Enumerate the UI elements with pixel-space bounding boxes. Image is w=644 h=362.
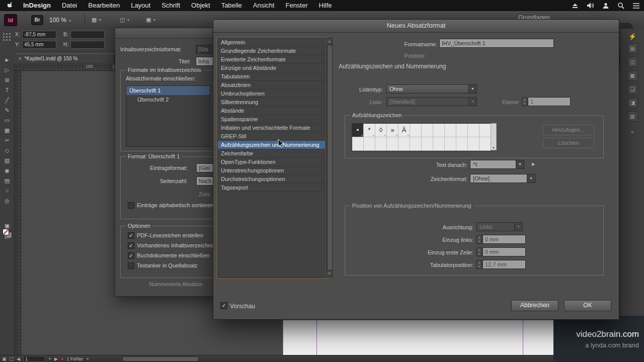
- line-tool-icon[interactable]: ╱: [0, 95, 14, 105]
- toc-dialog-titlebar[interactable]: [115, 28, 217, 39]
- styles-panel-icon[interactable]: ◨: [627, 98, 638, 108]
- category-item[interactable]: Initialen und verschachtelte Formate: [218, 124, 325, 132]
- preflight-menu-icon[interactable]: ▼: [86, 357, 89, 360]
- fill-swatch[interactable]: [3, 229, 9, 235]
- category-item[interactable]: Allgemein: [218, 38, 325, 47]
- bullet-cell-empty[interactable]: [456, 124, 468, 137]
- flyout-arrow-icon[interactable]: ▶: [532, 162, 535, 166]
- menu-hilfe[interactable]: Hilfe: [313, 0, 338, 11]
- bullet-cell[interactable]: ◊u: [375, 124, 387, 137]
- category-item[interactable]: Durchstreichungsoptionen: [218, 175, 325, 184]
- quick-apply-icon[interactable]: ⚡: [620, 33, 644, 40]
- fill-stroke-swatches[interactable]: [3, 229, 12, 238]
- style-category-list[interactable]: Allgemein Grundlegende Zeichenformate Er…: [217, 38, 326, 278]
- text-after-combo[interactable]: ^t ▼: [470, 160, 524, 169]
- frame-tool-icon[interactable]: ▭: [0, 115, 14, 125]
- bullet-character-grid[interactable]: •u *u ◊u »u Äu: [352, 123, 492, 151]
- expand-panels-icon[interactable]: «: [620, 129, 644, 135]
- scrollbar-thumb[interactable]: [327, 45, 333, 271]
- bullet-cell[interactable]: Äu: [398, 124, 410, 137]
- bullet-cell-empty[interactable]: [364, 137, 375, 151]
- bullet-cell-empty[interactable]: [422, 137, 433, 151]
- category-item[interactable]: Umbruchoptionen: [218, 89, 325, 98]
- bullet-cell-empty[interactable]: [479, 124, 491, 137]
- zoom-level-control[interactable]: 100 % ▼: [49, 17, 71, 24]
- menu-fenster[interactable]: Fenster: [280, 0, 313, 11]
- cancel-button[interactable]: Abbrechen: [511, 300, 558, 311]
- category-item[interactable]: Tagsexport: [218, 184, 325, 192]
- toc-option-checkbox[interactable]: [128, 262, 134, 269]
- preview-checkbox[interactable]: ✓: [220, 302, 227, 309]
- page-number-field[interactable]: 1: [23, 356, 45, 362]
- bullet-cell-empty[interactable]: [468, 124, 479, 137]
- page-nav-right-icon[interactable]: ▶: [54, 356, 58, 361]
- bullet-cell-selected[interactable]: •u: [352, 124, 364, 137]
- category-item[interactable]: Tabulatoren: [218, 72, 325, 81]
- bullet-cell-empty[interactable]: [433, 137, 445, 151]
- charformat-dropdown[interactable]: [Ohne] ▼: [470, 174, 535, 183]
- user-icon[interactable]: [602, 2, 609, 9]
- toc-option-checkbox[interactable]: ✓: [128, 252, 134, 259]
- menu-ansicht[interactable]: Ansicht: [248, 0, 280, 11]
- preflight-error-text[interactable]: 1 Fehler: [66, 356, 83, 361]
- menu-layout[interactable]: Layout: [125, 0, 156, 11]
- zoom-tool-icon[interactable]: ◎: [0, 196, 14, 206]
- bullet-cell-empty[interactable]: [387, 137, 398, 151]
- menu-indesign[interactable]: InDesign: [18, 0, 56, 11]
- category-list-scrollbar[interactable]: ▲ ▼: [326, 38, 333, 277]
- bridge-icon[interactable]: Br: [31, 15, 43, 25]
- bullet-cell-empty[interactable]: [410, 137, 422, 151]
- menu-datei[interactable]: Datei: [56, 0, 83, 11]
- category-item[interactable]: OpenType-Funktionen: [218, 158, 325, 166]
- bullet-cell-empty[interactable]: [445, 137, 456, 151]
- toc-option-checkbox[interactable]: ✓: [128, 242, 134, 249]
- scroll-up-icon[interactable]: ▲: [327, 38, 332, 45]
- category-item[interactable]: Zeichenfarbe: [218, 149, 325, 158]
- category-item[interactable]: Einzüge und Abstände: [218, 64, 325, 72]
- bullet-cell-empty[interactable]: [410, 124, 422, 137]
- category-item[interactable]: Spaltenspanne: [218, 115, 325, 124]
- gradient-feather-tool-icon[interactable]: ▧: [0, 155, 14, 165]
- effects-panel-icon[interactable]: ▥: [627, 111, 638, 122]
- gradient-tool-icon[interactable]: ◇: [0, 145, 14, 155]
- scroll-down-icon[interactable]: ▼: [327, 270, 332, 277]
- category-item[interactable]: Silbentrennung: [218, 98, 325, 107]
- apple-menu-icon[interactable]: [0, 1, 18, 11]
- document-tab-active[interactable]: ✕ *Kapitel1.indd @ 150 %: [14, 54, 114, 63]
- bullet-cell-empty[interactable]: [433, 124, 445, 137]
- page-nav-left-icon[interactable]: ◀: [17, 356, 20, 361]
- links-panel-icon[interactable]: ▦: [627, 70, 638, 81]
- eyedropper-tool-icon[interactable]: ▤: [0, 175, 14, 186]
- bullet-cell[interactable]: »u: [387, 124, 398, 137]
- toc-alpha-checkbox[interactable]: [128, 202, 134, 209]
- document-page[interactable]: [283, 320, 555, 356]
- preflight-status-icon[interactable]: ●: [61, 356, 63, 361]
- menu-tabelle[interactable]: Tabelle: [216, 0, 248, 11]
- window-options-group[interactable]: ◫▼: [120, 15, 130, 24]
- swatches-panel-icon[interactable]: ❏: [627, 84, 638, 95]
- view-preview-icon[interactable]: ▢: [10, 356, 14, 361]
- menu-bearbeiten[interactable]: Bearbeiten: [83, 0, 125, 11]
- category-item-selected[interactable]: Aufzählungszeichen und Nummerierung: [218, 141, 325, 149]
- horizontal-scrollbar-thumb[interactable]: [122, 356, 199, 361]
- view-normal-icon[interactable]: ▣: [2, 356, 7, 361]
- toc-style-item[interactable]: Überschrift 1: [126, 86, 210, 95]
- bullet-cell-empty[interactable]: [375, 137, 387, 151]
- bullet-cell-empty[interactable]: [479, 137, 491, 151]
- scroll-down-icon[interactable]: ▼: [491, 146, 496, 149]
- toc-style-item[interactable]: Überschrift 2: [126, 95, 210, 104]
- dialog-titlebar[interactable]: Neues Absatzformat: [213, 20, 619, 33]
- direct-selection-tool-icon[interactable]: ▷: [0, 65, 14, 75]
- reference-point-selector[interactable]: [3, 33, 11, 41]
- x-field[interactable]: -87,5 mm: [22, 31, 56, 39]
- category-item[interactable]: Grundlegende Zeichenformate: [218, 47, 325, 55]
- bullet-cell-empty[interactable]: [445, 124, 456, 137]
- menu-schrift[interactable]: Schrift: [156, 0, 186, 11]
- pages-panel-icon[interactable]: ▤: [627, 43, 638, 54]
- bullet-grid-scrollbar[interactable]: ▼: [491, 123, 497, 150]
- ok-button[interactable]: OK: [564, 300, 611, 311]
- search-icon[interactable]: [617, 2, 624, 9]
- y-field[interactable]: 45,5 mm: [22, 41, 56, 49]
- pen-tool-icon[interactable]: ✎: [0, 105, 14, 115]
- view-options-group[interactable]: ▣▼: [146, 15, 156, 24]
